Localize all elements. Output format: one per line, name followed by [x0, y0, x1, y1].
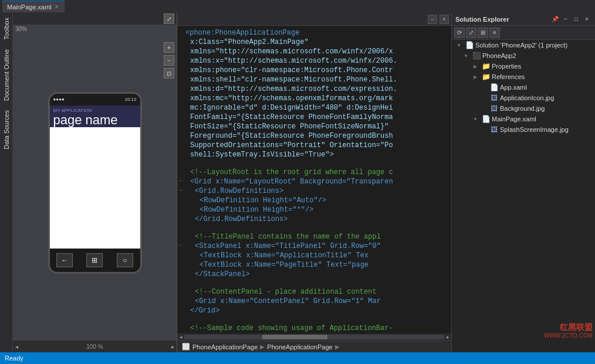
line-spacer — [177, 324, 185, 332]
se-splash-item[interactable]: 🖼 SplashScreenImage.jpg — [452, 124, 595, 135]
se-properties-expand[interactable]: ▶ — [471, 62, 480, 71]
code-text: <!--TitlePanel contains the name of the … — [195, 232, 449, 241]
phone-windows-button[interactable]: ⊞ — [86, 253, 103, 267]
scroll-right-button[interactable]: ▸ — [444, 334, 451, 340]
code-collapse-all-button[interactable]: − — [428, 15, 437, 24]
se-mainpage-icon: 📄 — [481, 114, 491, 124]
line-spacer — [177, 113, 185, 121]
code-line: </StackPanel> — [177, 270, 451, 279]
editor-tab[interactable]: MainPage.xaml × — [2, 1, 65, 12]
se-mainpage-expand[interactable]: ▼ — [471, 114, 480, 124]
se-mainpage-item[interactable]: ▼ 📄 MainPage.xaml — [452, 114, 595, 124]
code-line: mc:Ignorable="d" d:DesignWidth="480" d:D… — [177, 103, 451, 113]
se-project-item[interactable]: ▼ ⬛ PhoneApp2 — [452, 50, 595, 61]
se-close-button[interactable]: × — [582, 15, 591, 24]
code-text: xmlns:d="http://schemas.microsoft.com/ex… — [190, 84, 449, 94]
tab-close-button[interactable]: × — [54, 4, 60, 10]
se-appicon-item[interactable]: 🖼 ApplicationIcon.jpg — [452, 93, 595, 103]
code-content[interactable]: <phone:PhoneApplicationPage x:Class="Pho… — [177, 26, 451, 334]
zoom-in-button[interactable]: + — [164, 42, 174, 53]
document-outline-label: Document Outline — [3, 49, 10, 101]
se-maximize-button[interactable]: □ — [572, 15, 581, 24]
sidebar-item-document-outline[interactable]: Document Outline — [2, 45, 11, 106]
scroll-thumb[interactable] — [262, 335, 327, 339]
code-line — [177, 315, 451, 324]
breadcrumb-item1[interactable]: PhoneApplicationPage — [192, 343, 258, 351]
fit-to-window-button[interactable]: ⤢ — [164, 13, 174, 24]
se-splash-spacer — [479, 125, 488, 134]
title-bar: MainPage.xaml × — [0, 0, 595, 13]
se-project-expand[interactable]: ▼ — [461, 51, 471, 60]
line-spacer — [177, 287, 185, 295]
line-spacer — [177, 141, 185, 149]
code-line: xmlns="http://schemas.microsoft.com/winf… — [177, 47, 451, 56]
code-line: xmlns:phone="clr-namespace:Microsoft.Pho… — [177, 66, 451, 75]
se-splash-label: SplashScreenImage.jpg — [500, 126, 569, 133]
code-text: <Grid.RowDefinitions> — [195, 186, 449, 196]
line-spacer — [177, 66, 185, 74]
expand-button[interactable]: − — [177, 177, 185, 185]
line-spacer — [177, 279, 185, 287]
se-solution-item[interactable]: ▼ 📄 Solution 'PhoneApp2' (1 project) — [452, 40, 595, 50]
phone-search-button[interactable]: ○ — [117, 253, 133, 267]
breadcrumb-item2[interactable]: PhoneApplicationPage — [267, 343, 332, 351]
code-text: <TextBlock x:Name="PageTitle" Text="page — [200, 260, 449, 270]
code-line: <phone:PhoneApplicationPage — [177, 28, 451, 38]
sidebar-item-data-sources[interactable]: Data Sources — [2, 106, 11, 154]
se-references-item[interactable]: ▶ 📁 References — [452, 72, 595, 82]
scroll-track[interactable] — [184, 335, 444, 339]
code-line: FontSize="{StaticResource PhoneFontSizeN… — [177, 122, 451, 131]
code-scroll-area[interactable]: <phone:PhoneApplicationPage x:Class="Pho… — [177, 26, 451, 334]
tab-label: MainPage.xaml — [7, 4, 52, 11]
se-splash-icon: 🖼 — [489, 125, 499, 134]
code-text: <phone:PhoneApplicationPage — [185, 28, 449, 38]
code-line: xmlns:x="http://schemas.microsoft.com/wi… — [177, 56, 451, 66]
phone-back-button[interactable]: ← — [56, 253, 73, 267]
code-text: <RowDefinition Height="*"/> — [200, 205, 449, 215]
phone-body — [50, 127, 140, 249]
code-text: shell:SystemTray.IsVisible="True"> — [190, 150, 449, 159]
code-line: <!--ContentPanel - place additional cont… — [177, 287, 451, 297]
expand-button[interactable]: − — [177, 241, 185, 250]
code-line: xmlns:shell="clr-namespace:Microsoft.Pho… — [177, 75, 451, 84]
design-canvas: 30% ●●●● 10:12 MY APPLICATION page name … — [13, 25, 177, 341]
phone-page-name: page name — [50, 113, 140, 127]
se-content[interactable]: ▼ 📄 Solution 'PhoneApp2' (1 project) ▼ ⬛… — [452, 40, 595, 352]
design-scroll-right[interactable]: ▸ — [171, 343, 174, 350]
code-line: −<Grid x:Name="LayoutRoot" Background="T… — [177, 177, 451, 186]
horizontal-scrollbar[interactable]: ◂ ▸ — [177, 334, 451, 341]
code-line: <!--LayoutRoot is the root grid where al… — [177, 168, 451, 177]
line-spacer — [177, 94, 185, 102]
se-mainpage-label: MainPage.xaml — [492, 115, 536, 123]
se-solution-expand[interactable]: ▼ — [454, 40, 464, 50]
expand-button[interactable]: − — [177, 186, 185, 195]
se-toolbar-btn4[interactable]: ≡ — [489, 28, 500, 38]
se-toolbar-btn2[interactable]: ⤢ — [466, 28, 476, 38]
code-line — [177, 224, 451, 232]
sidebar-item-toolbox[interactable]: Toolbox — [2, 13, 11, 45]
se-pin-button[interactable]: 📌 — [550, 15, 560, 24]
fit-button[interactable]: ⊡ — [164, 68, 174, 79]
se-background-item[interactable]: 🖼 Background.jpg — [452, 103, 595, 114]
line-spacer — [177, 260, 185, 268]
se-properties-item[interactable]: ▶ 📁 Properties — [452, 61, 595, 72]
se-minimize-button[interactable]: − — [561, 15, 570, 24]
line-spacer — [177, 232, 185, 240]
se-appxaml-icon: 📄 — [489, 83, 499, 92]
se-toolbar-btn1[interactable]: ⟳ — [454, 28, 465, 38]
code-expand-all-button[interactable]: + — [440, 15, 449, 24]
se-appxaml-item[interactable]: 📄 App.xaml — [452, 82, 595, 93]
design-area: ⤢ 30% ●●●● 10:12 MY APPLICATION page nam… — [13, 13, 177, 352]
code-text: mc:Ignorable="d" d:DesignWidth="480" d:D… — [190, 103, 449, 113]
toolbox-label: Toolbox — [3, 18, 10, 40]
phone-content: MY APPLICATION page name — [50, 106, 140, 249]
se-project-icon: ⬛ — [472, 51, 481, 60]
se-references-expand[interactable]: ▶ — [471, 72, 480, 81]
se-toolbar-btn3[interactable]: ⊞ — [478, 28, 488, 38]
code-line — [177, 279, 451, 287]
watermark-line1: 红黑联盟 — [544, 322, 593, 332]
zoom-out-button[interactable]: − — [164, 55, 174, 66]
line-spacer — [177, 251, 185, 259]
scroll-left-button[interactable]: ◂ — [177, 334, 184, 340]
se-solution-label: Solution 'PhoneApp2' (1 project) — [475, 42, 567, 49]
